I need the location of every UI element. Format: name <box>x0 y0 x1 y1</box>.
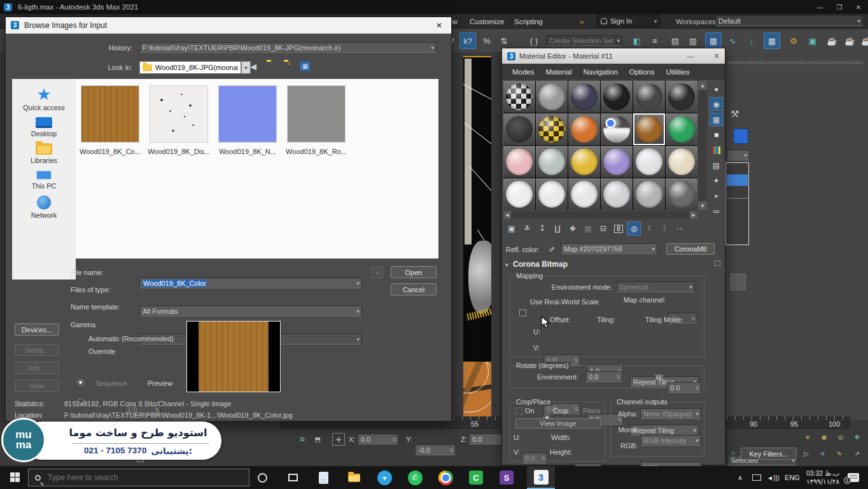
setup-button[interactable]: Setup... <box>15 344 59 356</box>
dialog-close-icon[interactable]: ✕ <box>432 21 446 30</box>
lookin-dropdown-icon[interactable]: ▾ <box>241 61 251 74</box>
color-swatch-button[interactable] <box>733 129 748 144</box>
sign-in-button[interactable]: Sign In ▾ <box>597 15 661 27</box>
material-sample-slot[interactable] <box>633 81 665 113</box>
rollout-pin-icon[interactable] <box>715 260 720 266</box>
material-sample-slot[interactable] <box>536 81 568 113</box>
me-menu-utilities[interactable]: Utilities <box>661 68 694 76</box>
align-icon[interactable]: ≡ <box>647 32 663 49</box>
options-icon[interactable] <box>710 174 723 187</box>
select-by-material-icon[interactable] <box>710 189 723 202</box>
put-material-icon[interactable] <box>520 222 534 236</box>
rotate-environment-field[interactable]: 0.0 <box>585 371 622 382</box>
schematic-view-icon[interactable]: ↓ <box>743 32 760 49</box>
percent-snap-icon[interactable]: % <box>479 32 495 49</box>
panel-dropdown[interactable] <box>727 150 750 160</box>
panel-button[interactable] <box>731 274 746 290</box>
material-sample-slot[interactable] <box>666 113 697 145</box>
material-sample-slot[interactable] <box>536 146 568 178</box>
me-menu-modes[interactable]: Modes <box>507 68 540 76</box>
material-sample-slot[interactable] <box>503 178 535 210</box>
render-production-icon[interactable]: ☕ <box>823 32 840 49</box>
devices-button[interactable]: Devices... <box>15 323 59 336</box>
history-select[interactable]: F:\tutorial\Vray\TEXTUER\PBR\Wood019_8K-… <box>139 42 437 53</box>
render-setup-icon[interactable]: ⚙ <box>785 32 802 49</box>
material-sample-slot[interactable] <box>503 113 535 145</box>
backlight-icon[interactable] <box>710 97 723 111</box>
clock[interactable]: 03:32ب.ظ ۱۳۹۹/۱۱/۲۸ <box>803 469 843 486</box>
show-shaded-material-icon[interactable] <box>627 222 641 236</box>
cancel-button[interactable]: Cancel <box>391 283 437 295</box>
view-button[interactable]: View <box>15 379 59 392</box>
me-menu-navigation[interactable]: Navigation <box>578 68 622 76</box>
taskbar-search[interactable] <box>28 469 249 486</box>
x-coord-field[interactable]: 0.0 <box>358 434 398 444</box>
material-sample-slot[interactable] <box>536 113 568 145</box>
material-editor-icon[interactable]: ▦ <box>764 32 780 49</box>
file-name-input[interactable]: Wood019_8K_Color <box>139 278 362 288</box>
background-icon[interactable] <box>710 113 723 126</box>
material-sample-slot[interactable] <box>601 178 633 210</box>
task-view-icon[interactable] <box>285 470 300 485</box>
save-preview-icon[interactable] <box>596 222 610 236</box>
material-map-navigator-icon[interactable] <box>710 204 723 218</box>
sample-type-icon[interactable] <box>710 82 723 96</box>
scroll-right-icon[interactable]: ▶ <box>690 211 697 219</box>
crop-u-field[interactable]: 0.0 <box>522 453 547 464</box>
mono-select[interactable]: RGB Intensity <box>640 435 701 446</box>
map-name-select[interactable]: Map #2070297758 <box>561 243 657 254</box>
file-item-color[interactable]: Wood019_8K_Co... <box>80 85 141 155</box>
key-mode-icon[interactable]: ◎ <box>835 432 846 442</box>
get-material-icon[interactable] <box>505 222 519 236</box>
make-preview-icon[interactable] <box>710 159 723 172</box>
scroll-down-icon[interactable]: ▼ <box>698 201 707 210</box>
toggle-scene-explorer-icon[interactable]: ▤ <box>667 32 683 49</box>
file-item-normal[interactable]: Wood019_8K_N... <box>217 85 278 155</box>
selection-lock-icon[interactable]: ⬒ <box>312 434 323 444</box>
files-of-type-select[interactable]: All Formats <box>139 306 362 316</box>
material-sample-slot[interactable] <box>666 81 697 113</box>
toggle-ribbon-icon[interactable]: ▦ <box>705 32 722 49</box>
telegram-icon[interactable] <box>377 470 392 485</box>
video-color-check-icon[interactable] <box>710 143 723 157</box>
create-selection-set-input[interactable]: Create Selection Set <box>546 35 622 46</box>
info-button[interactable]: Info... <box>15 362 59 374</box>
set-key-icon[interactable]: ∗ <box>802 432 813 442</box>
play-animation-icon[interactable]: ▷ <box>801 448 812 458</box>
material-sample-slot[interactable] <box>503 146 535 178</box>
me-minimize-icon[interactable]: — <box>687 52 695 60</box>
material-sample-slot[interactable] <box>568 113 600 145</box>
minimize-button[interactable] <box>811 0 830 14</box>
material-sample-slot[interactable] <box>633 113 665 145</box>
make-unique-icon[interactable] <box>566 222 580 236</box>
auto-key-icon[interactable]: ◉ <box>818 432 830 442</box>
maximize-button[interactable] <box>830 0 849 14</box>
sidebar-item-libraries[interactable]: Libraries <box>12 143 76 164</box>
material-sample-slot[interactable] <box>633 146 665 178</box>
notification-center-icon[interactable]: 1 <box>848 473 859 482</box>
add-button[interactable]: + <box>372 267 383 278</box>
scroll-left-icon[interactable]: ◀ <box>503 211 511 219</box>
file-item-displacement[interactable]: Wood019_8K_Dis... <box>148 85 209 155</box>
close-button[interactable] <box>849 0 868 14</box>
mirror-icon[interactable]: ◧ <box>629 32 645 49</box>
material-sample-slot[interactable] <box>536 178 568 210</box>
scroll-up-icon[interactable]: ▲ <box>698 81 707 90</box>
absolute-mode-icon[interactable]: ✛ <box>332 433 345 446</box>
material-id-channel-icon[interactable] <box>612 222 626 236</box>
maximize-viewport-icon[interactable]: ↗ <box>851 448 863 458</box>
assign-material-icon[interactable] <box>535 222 549 236</box>
calculator-icon[interactable]: ∷ <box>316 470 331 485</box>
rendered-frame-window-icon[interactable]: ▣ <box>804 32 821 49</box>
environment-mode-select[interactable]: Spherical <box>616 281 695 292</box>
material-sample-slot[interactable] <box>666 178 697 210</box>
sample-hscrollbar[interactable]: ◀ ▶ <box>503 211 697 219</box>
open-button[interactable]: Open <box>391 266 437 278</box>
select-by-name-icon[interactable]: k? <box>459 32 476 49</box>
material-sample-slot[interactable] <box>666 146 697 178</box>
material-sample-slot[interactable] <box>601 81 633 113</box>
edit-named-selections-icon[interactable]: { } <box>526 32 542 49</box>
show-end-result-icon[interactable] <box>642 222 656 236</box>
view-image-button[interactable]: View Image <box>515 418 601 429</box>
utilities-wrench-icon[interactable]: ⚒ <box>731 108 739 120</box>
